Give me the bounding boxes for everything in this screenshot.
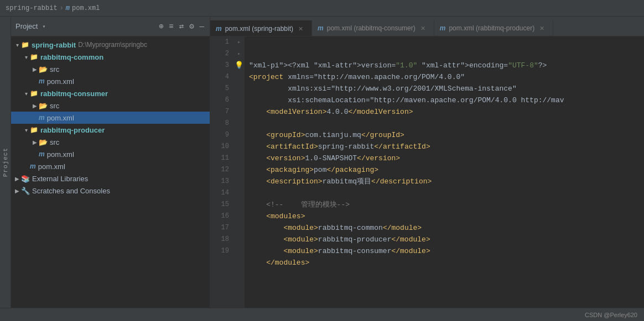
maven-file-icon: m — [39, 114, 45, 122]
item-label: rabbitmq-producer — [40, 126, 105, 134]
action-minimize[interactable]: — — [199, 21, 205, 32]
tree-item-src-common[interactable]: ▶📂src — [11, 63, 210, 75]
item-label: pom.xml — [38, 162, 65, 171]
line-number-19: 19 — [215, 245, 229, 257]
gutter-2: ▸ — [233, 36, 245, 48]
item-label: spring-rabbit — [32, 41, 76, 49]
tree-item-rabbitmq-common[interactable]: ▾📁rabbitmq-common — [11, 51, 210, 63]
line-number-10: 10 — [215, 141, 229, 152]
action-list[interactable]: ≡ — [168, 21, 174, 32]
tab-close-btn[interactable]: ✕ — [297, 25, 305, 33]
line-number-3: 3 — [215, 60, 229, 71]
sidebar-header: Project ▾ ⊕ ≡ ⇄ ⚙ — — [11, 17, 210, 36]
code-content: "xml-pi"><?xml "xml-attr">version="1.0" … — [245, 36, 644, 308]
tab-maven-icon: m — [440, 24, 446, 32]
line-number-8: 8 — [215, 118, 229, 129]
action-settings[interactable]: ⚙ — [188, 20, 195, 32]
tab-tab1[interactable]: mpom.xml (spring-rabbit)✕ — [210, 20, 312, 36]
code-editor[interactable]: 12345678910111213141516171819 ▸▸💡 "xml-p… — [210, 36, 644, 308]
tab-tab3[interactable]: mpom.xml (rabbitmq-producer)✕ — [434, 20, 553, 36]
tree-item-src-producer[interactable]: ▶📂src — [11, 136, 210, 148]
line-number-14: 14 — [215, 187, 229, 199]
folder-icon: 📁 — [30, 90, 38, 97]
tree-item-pom-producer[interactable]: mpom.xml — [11, 148, 210, 160]
code-line-13: <!-- 管理的模块--> — [249, 199, 640, 211]
action-add[interactable]: ⊕ — [158, 20, 164, 32]
line-number-5: 5 — [215, 83, 229, 94]
tree-arrow: ▾ — [22, 127, 30, 133]
fold-arrow[interactable]: ▸ — [237, 39, 241, 45]
fold-arrow[interactable]: ▸ — [237, 51, 241, 57]
title-bar: spring-rabbit › m pom.xml — [0, 0, 644, 17]
code-line-12 — [249, 187, 640, 199]
folder-icon: 📁 — [21, 41, 29, 49]
code-line-19 — [249, 269, 640, 280]
code-line-14: <modules> — [249, 211, 640, 222]
vertical-project-tab[interactable]: Project — [0, 17, 11, 308]
item-label: rabbitmq-consumer — [40, 90, 108, 98]
line-number-1: 1 — [215, 36, 229, 48]
tree-item-pom-root[interactable]: mpom.xml — [11, 160, 210, 172]
gutter: ▸▸💡 — [233, 36, 245, 308]
tree-item-pom-consumer[interactable]: mpom.xml — [11, 112, 210, 124]
sidebar-title: Project — [15, 22, 38, 30]
main-layout: Project Project ▾ ⊕ ≡ ⇄ ⚙ — ▾📁spring-rab… — [0, 17, 644, 308]
tree-arrow: ▾ — [13, 42, 21, 48]
tab-tab2[interactable]: mpom.xml (rabbitmq-consumer)✕ — [312, 20, 434, 36]
item-label: pom.xml — [47, 114, 74, 122]
action-sync[interactable]: ⇄ — [178, 20, 185, 32]
sidebar-dropdown-arrow[interactable]: ▾ — [42, 23, 45, 30]
line-number-18: 18 — [215, 234, 229, 245]
line-number-4: 4 — [215, 71, 229, 83]
tab-bar: mpom.xml (spring-rabbit)✕mpom.xml (rabbi… — [210, 17, 644, 36]
tree-arrow: ▶ — [13, 176, 21, 182]
tree-arrow: ▶ — [13, 188, 21, 194]
code-line-8: <artifactId>spring-rabbit</artifactId> — [249, 141, 640, 152]
tab-label: pom.xml (rabbitmq-producer) — [449, 24, 534, 32]
breadcrumb-file: pom.xml — [72, 4, 100, 12]
ext-lib-icon: 📚 — [21, 175, 30, 183]
code-line-2: <project xmlns="http://maven.apache.org/… — [249, 71, 640, 83]
item-label: src — [50, 138, 59, 146]
line-number-15: 15 — [215, 199, 229, 211]
watermark: CSDN @Perley620 — [585, 312, 637, 318]
item-label: pom.xml — [47, 77, 74, 86]
line-number-13: 13 — [215, 176, 229, 187]
line-number-9: 9 — [215, 129, 229, 141]
tree-item-rabbitmq-consumer[interactable]: ▾📁rabbitmq-consumer — [11, 87, 210, 99]
tree-item-src-consumer[interactable]: ▶📂src — [11, 99, 210, 112]
gutter-18: 💡 — [233, 60, 245, 72]
sidebar: Project ▾ ⊕ ≡ ⇄ ⚙ — ▾📁spring-rabbitD:\My… — [11, 17, 210, 308]
tree-arrow: ▶ — [31, 103, 39, 109]
src-icon: 📂 — [39, 65, 48, 73]
tree-arrow: ▶ — [31, 139, 39, 145]
tree-item-rabbitmq-producer[interactable]: ▾📁rabbitmq-producer — [11, 124, 210, 136]
tree-item-spring-rabbit-root[interactable]: ▾📁spring-rabbitD:\Myprogram\springbc — [11, 39, 210, 51]
project-tab-label: Project — [2, 148, 9, 177]
breadcrumb-sep: › — [60, 4, 64, 12]
code-line-6 — [249, 118, 640, 129]
line-number-2: 2 — [215, 48, 229, 60]
line-numbers: 12345678910111213141516171819 — [210, 36, 233, 308]
code-line-16: <module>rabbitmq-producer</module> — [249, 234, 640, 245]
line-number-12: 12 — [215, 164, 229, 176]
tab-close-btn[interactable]: ✕ — [419, 24, 427, 33]
item-label: External Libraries — [32, 175, 88, 183]
tree-item-external-libs[interactable]: ▶📚External Libraries — [11, 172, 210, 185]
item-label: Scratches and Consoles — [32, 187, 110, 195]
src-icon: 📂 — [39, 102, 48, 110]
code-line-4: xsi:schemaLocation="http://maven.apache.… — [249, 94, 640, 106]
code-line-15: <module>rabbitmq-common</module> — [249, 222, 640, 234]
src-icon: 📂 — [39, 138, 48, 146]
tab-close-btn[interactable]: ✕ — [538, 24, 546, 33]
line-number-16: 16 — [215, 211, 229, 222]
line-number-6: 6 — [215, 94, 229, 106]
tree-arrow: ▶ — [31, 66, 39, 72]
editor-area: mpom.xml (spring-rabbit)✕mpom.xml (rabbi… — [210, 17, 644, 308]
tab-maven-icon: m — [216, 25, 222, 33]
code-line-11: <description>rabbitmq项目</description> — [249, 176, 640, 187]
item-label: src — [50, 102, 59, 110]
tree-item-scratches[interactable]: ▶🔧Scratches and Consoles — [11, 185, 210, 197]
tree-item-pom-common[interactable]: mpom.xml — [11, 75, 210, 87]
maven-file-icon: m — [30, 162, 36, 170]
